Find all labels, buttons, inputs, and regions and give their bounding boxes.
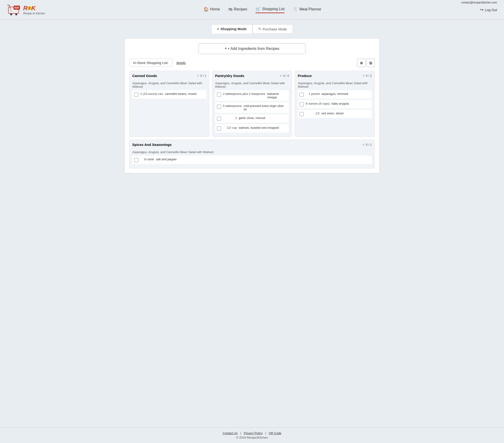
logo-brand: R2K (23, 5, 45, 12)
nav-shopping-list[interactable]: 🛒 Shopping List (255, 6, 285, 13)
pantry-header: Pantry/dry Goods ✓ 0 / 4 (215, 74, 289, 80)
ingredient-checkbox[interactable] (300, 112, 304, 116)
ingredient-checkbox[interactable] (217, 105, 221, 109)
pantry-recipe: Asparagus, Arugula, and Cannellini Bean … (215, 81, 289, 88)
logout-button[interactable]: ↪ Log Out (480, 7, 497, 12)
expand-horizontal-button[interactable]: ⊕ (357, 59, 365, 67)
header: contact@recipe2kitchen.com R2K R2K Recip… (0, 0, 504, 20)
list-item: 1 (15-ounce) can cannellini beans, rinse… (132, 90, 206, 99)
produce-recipe: Asparagus, Arugula, and Cannellini Bean … (298, 81, 372, 88)
contact-us-link[interactable]: Contact Us (223, 431, 238, 435)
shopping-mode-icon: ≡ (217, 27, 219, 31)
list-item: 1 pound asparagus, trimmed (298, 90, 372, 99)
logout-icon: ↪ (480, 7, 483, 12)
nav-home[interactable]: 🏠 Home (203, 7, 220, 13)
contact-email: contact@recipe2kitchen.com (461, 1, 497, 4)
list-item: 2 tablespoons plus 2 teaspoons balsamic … (215, 90, 289, 101)
main-nav: 🏠 Home 🛍 Recipes 🛒 Shopping List 🍴 Meal … (203, 6, 321, 13)
spices-count: ✓ 0 / 1 (362, 143, 372, 146)
svg-point-1 (10, 14, 12, 15)
spices-box: Spices And Seasonings ✓ 0 / 1 Asparagus,… (129, 140, 375, 168)
shopping-list-label: In-Store Shopping List. (129, 59, 173, 67)
footer: Contact Us | Privacy Policy | QR Code © … (0, 427, 504, 443)
ingredient-checkbox[interactable] (300, 102, 304, 106)
expand-buttons: ⊕ ⊞ (357, 59, 375, 67)
svg-point-2 (15, 14, 17, 15)
nav-meal-planner[interactable]: 🍴 Meal Planner (293, 7, 321, 13)
produce-header: Produce ✓ 0 / 3 (298, 74, 372, 80)
logo-text-area: R2K Recipe to Kitchen (23, 5, 45, 15)
mode-tabs: ≡ Shopping Mode ✎ Purchase Mode (211, 24, 293, 34)
spices-header: Spices And Seasonings ✓ 0 / 1 (132, 143, 372, 148)
nav-recipes[interactable]: 🛍 Recipes (228, 7, 247, 13)
pantry-count: ✓ 0 / 4 (280, 74, 289, 77)
recipes-icon: 🛍 (228, 7, 233, 12)
logo-area: R2K R2K Recipe to Kitchen (7, 2, 45, 17)
home-icon: 🏠 (203, 7, 209, 12)
ingredient-checkbox[interactable] (134, 158, 138, 162)
canned-goods-header: Canned Goods ✓ 0 / 1 (132, 74, 206, 80)
ingredient-checkbox[interactable] (300, 92, 304, 97)
logo-name: Recipe to Kitchen (23, 12, 45, 15)
footer-links: Contact Us | Privacy Policy | QR Code (4, 431, 500, 435)
pantry-dry-goods-box: Pantry/dry Goods ✓ 0 / 4 Asparagus, Arug… (212, 71, 292, 137)
qr-code-link[interactable]: QR Code (269, 431, 281, 435)
meal-icon: 🍴 (293, 7, 298, 12)
shopping-container: + + Add Ingredients from Recipes In-Stor… (124, 38, 380, 173)
category-grid: Canned Goods ✓ 0 / 1 Asparagus, Arugula,… (129, 71, 375, 137)
tab-shopping-mode[interactable]: ≡ Shopping Mode (211, 24, 252, 34)
canned-goods-count: ✓ 0 / 1 (197, 74, 206, 77)
add-ingredients-button[interactable]: + + Add Ingredients from Recipes (199, 43, 305, 54)
ingredient-checkbox[interactable] (217, 92, 221, 97)
list-item: 6 ounces (6 cups) baby arugula (298, 100, 372, 108)
produce-count: ✓ 0 / 3 (362, 74, 372, 77)
logo-icon: R2K (7, 2, 22, 17)
tab-purchase-mode[interactable]: ✎ Purchase Mode (252, 24, 293, 34)
spices-recipe: Asparagus, Arugula, and Cannellini Bean … (132, 150, 372, 154)
shopping-list-label-wrapper: In-Store Shopping List. details (129, 61, 186, 65)
ingredient-checkbox[interactable] (217, 117, 221, 121)
svg-text:R2K: R2K (14, 6, 19, 9)
expand-vertical-button[interactable]: ⊞ (366, 59, 375, 67)
shopping-icon: 🛒 (255, 6, 261, 12)
plus-icon: + (225, 46, 227, 51)
purchase-mode-icon: ✎ (258, 27, 261, 31)
copyright: © 2024 Recipe2Kitchen (4, 436, 500, 439)
list-item: 1/2 red onion, sliced (298, 110, 372, 118)
list-item: 5 tablespoons cold-pressed extra-virgin … (215, 102, 289, 113)
canned-goods-box: Canned Goods ✓ 0 / 1 Asparagus, Arugula,… (129, 71, 209, 137)
list-item: 1/2 cup walnuts, toasted and chopped (215, 124, 289, 132)
ingredient-checkbox[interactable] (134, 92, 138, 97)
privacy-policy-link[interactable]: Privacy Policy (244, 431, 263, 435)
canned-goods-recipe: Asparagus, Arugula, and Cannellini Bean … (132, 81, 206, 88)
produce-box: Produce ✓ 0 / 3 Asparagus, Arugula, and … (295, 71, 375, 137)
shopping-list-header: In-Store Shopping List. details ⊕ ⊞ (129, 59, 375, 67)
details-link[interactable]: details (176, 61, 186, 65)
list-item: 1 garlic clove, minced (215, 114, 289, 123)
list-item: to taste salt and pepper (132, 156, 372, 164)
main-content: ≡ Shopping Mode ✎ Purchase Mode + + Add … (0, 20, 504, 427)
ingredient-checkbox[interactable] (217, 126, 221, 131)
